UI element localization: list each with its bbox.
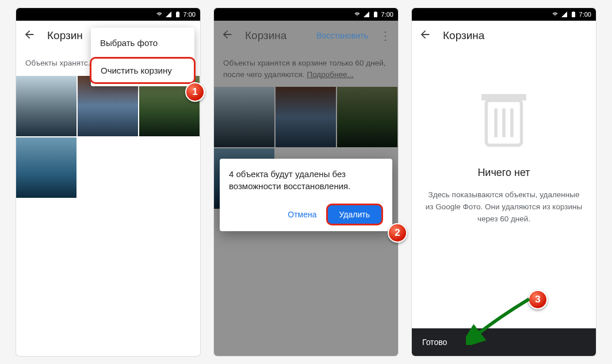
restore-button[interactable]: Восстановить bbox=[316, 31, 368, 40]
page-title: Корзина bbox=[443, 29, 589, 42]
svg-rect-0 bbox=[176, 12, 179, 17]
back-arrow-icon[interactable] bbox=[419, 28, 431, 43]
status-bar: 7:00 bbox=[412, 8, 596, 21]
photo-thumb[interactable] bbox=[16, 76, 76, 136]
wifi-icon bbox=[156, 11, 163, 18]
svg-rect-5 bbox=[572, 12, 574, 13]
svg-rect-7 bbox=[481, 94, 526, 101]
info-line: Объекты хранятся в корзине только 60 дне… bbox=[223, 59, 385, 67]
overflow-menu: Выбрать фото Очистить корзину bbox=[91, 28, 194, 86]
cancel-button[interactable]: Отмена bbox=[285, 205, 319, 224]
signal-icon bbox=[363, 11, 370, 18]
app-bar: Корзина bbox=[412, 21, 596, 51]
info-line: после чего удаляются. bbox=[223, 70, 305, 79]
signal-icon bbox=[165, 11, 172, 18]
dialog-message: 4 объекта будут удалены без возможности … bbox=[229, 168, 383, 192]
back-arrow-icon[interactable] bbox=[221, 28, 234, 43]
empty-subtitle: Здесь показываются объекты, удаленные из… bbox=[423, 189, 584, 225]
phone-screen-2: 7:00 Корзина Восстановить ⋮ Объекты хран… bbox=[214, 8, 398, 356]
menu-item-select-photo[interactable]: Выбрать фото bbox=[91, 31, 194, 55]
snackbar-text: Готово bbox=[422, 338, 447, 347]
status-bar: 7:00 bbox=[214, 8, 398, 21]
back-arrow-icon[interactable] bbox=[23, 28, 36, 43]
battery-icon bbox=[174, 11, 181, 18]
photo-thumb bbox=[337, 87, 397, 147]
page-title: Корзина bbox=[245, 29, 305, 42]
status-time: 7:00 bbox=[183, 11, 196, 18]
photo-thumb[interactable] bbox=[16, 137, 76, 198]
info-more-link[interactable]: Подробнее... bbox=[307, 70, 353, 79]
delete-button[interactable]: Удалить bbox=[326, 204, 383, 225]
more-icon[interactable]: ⋮ bbox=[380, 29, 391, 43]
photo-thumb bbox=[276, 87, 336, 147]
photo-thumb bbox=[214, 87, 274, 147]
callout-badge-1: 1 bbox=[185, 82, 205, 102]
info-text: Объекты хранятся в корзине только 60 дне… bbox=[214, 51, 398, 87]
svg-rect-4 bbox=[572, 12, 575, 17]
empty-state: Ничего нет Здесь показываются объекты, у… bbox=[412, 51, 596, 225]
status-time: 7:00 bbox=[579, 11, 591, 18]
status-bar: 7:00 bbox=[16, 8, 200, 21]
photo-grid bbox=[16, 76, 200, 198]
wifi-icon bbox=[354, 11, 361, 18]
phone-screen-1: 7:00 Корзин Объекты хранятс... после чег… bbox=[16, 8, 200, 356]
svg-rect-2 bbox=[374, 12, 377, 17]
app-bar: Корзина Восстановить ⋮ bbox=[214, 21, 398, 51]
annotation-arrow bbox=[466, 293, 541, 345]
menu-item-clear-trash[interactable]: Очистить корзину bbox=[90, 57, 196, 84]
confirm-dialog: 4 объекта будут удалены без возможности … bbox=[220, 159, 392, 231]
status-time: 7:00 bbox=[381, 11, 393, 18]
svg-rect-3 bbox=[374, 12, 376, 13]
battery-icon bbox=[570, 11, 577, 18]
empty-title: Ничего нет bbox=[423, 167, 584, 179]
callout-badge-2: 2 bbox=[388, 223, 407, 243]
trash-icon bbox=[478, 91, 530, 148]
wifi-icon bbox=[552, 11, 559, 18]
battery-icon bbox=[372, 11, 379, 18]
svg-rect-1 bbox=[177, 12, 178, 13]
signal-icon bbox=[561, 11, 568, 18]
